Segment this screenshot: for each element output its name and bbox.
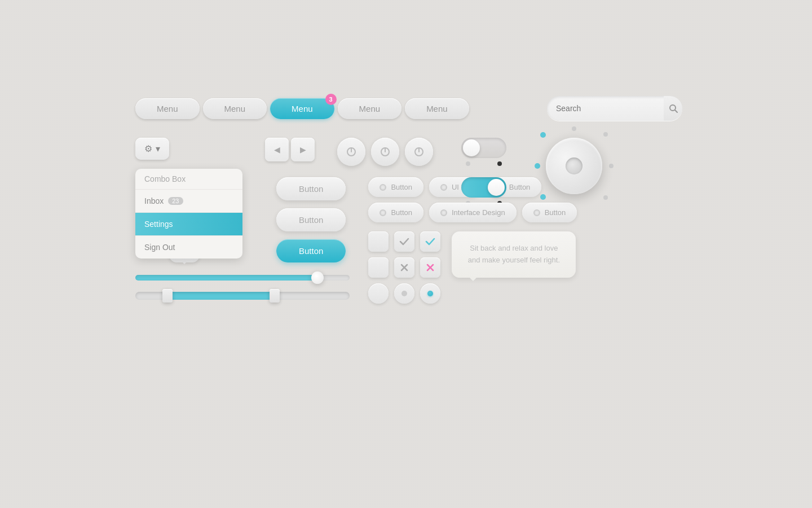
toggle-switch-2[interactable] (461, 177, 506, 198)
nav-tabs: Menu Menu Menu 3 Menu Menu (135, 98, 473, 119)
toggles-area (461, 138, 506, 205)
x-pink-icon (426, 264, 434, 271)
search-input[interactable] (547, 98, 664, 119)
radio-btn-interface[interactable]: Interface Design (429, 203, 517, 222)
x-gray-icon (400, 264, 408, 271)
checkbox-check-blue[interactable] (420, 231, 440, 252)
power-buttons (337, 138, 433, 166)
progress-slider[interactable] (135, 275, 350, 281)
radio-circle-empty[interactable] (368, 283, 389, 304)
radio-circle-3 (379, 209, 386, 216)
dot-right-1 (497, 161, 502, 166)
power-button-1[interactable] (337, 138, 365, 166)
checkbox-x-pink[interactable] (420, 257, 440, 278)
settings-button[interactable]: ⚙ ▾ (135, 138, 169, 160)
checkmark-gray-icon (399, 238, 409, 246)
range-handle-left[interactable] (162, 289, 173, 303)
nav-tab-4[interactable]: Menu (338, 98, 402, 119)
nav-tab-3[interactable]: Menu 3 (270, 98, 334, 119)
checkbox-check-gray[interactable] (394, 231, 414, 252)
knob-area (529, 121, 619, 211)
speech-bubble: Sit back and relax and love and make you… (452, 231, 576, 278)
dropdown-menu: Combo Box Inbox 23 Settings Sign Out (135, 169, 242, 259)
nav-tab-5[interactable]: Menu (405, 98, 469, 119)
radio-circle-interface (440, 209, 447, 216)
power-button-3[interactable] (405, 138, 433, 166)
checkbox-empty-2[interactable] (368, 257, 389, 278)
checkbox-empty-1[interactable] (368, 231, 389, 252)
radio-circle-dot-blue[interactable] (420, 283, 440, 304)
toggle-1 (461, 138, 506, 166)
radio-btn-1[interactable]: Button (368, 177, 423, 197)
checkboxes-grid (368, 231, 440, 304)
power-icon-3 (413, 146, 425, 157)
inbox-badge: 23 (168, 197, 183, 205)
dropdown-header: Combo Box (135, 169, 242, 190)
radio-dot-gray (401, 291, 407, 296)
dropdown-item-signout[interactable]: Sign Out (135, 236, 242, 259)
prev-button[interactable]: ◀ (265, 138, 289, 161)
buttons-column: Button Button Button (276, 177, 346, 262)
slider-handle[interactable] (311, 271, 324, 284)
button-blue[interactable]: Button (276, 239, 346, 262)
dropdown-item-inbox[interactable]: Inbox 23 (135, 190, 242, 213)
search-button[interactable] (664, 96, 682, 121)
power-icon-2 (379, 146, 391, 157)
radio-dot-blue (427, 291, 433, 296)
dropdown-arrow: ▾ (156, 143, 160, 154)
power-button-2[interactable] (371, 138, 399, 166)
power-icon-1 (346, 146, 357, 157)
nav-badge: 3 (325, 94, 337, 105)
nav-tab-1[interactable]: Menu (135, 98, 200, 119)
range-handle-right[interactable] (270, 289, 280, 303)
radio-btn-3[interactable]: Button (368, 203, 423, 222)
next-button[interactable]: ▶ (291, 138, 315, 161)
toggle-dots-1 (461, 161, 506, 166)
dot-left-1 (466, 161, 470, 166)
radio-circle-uikit (440, 184, 447, 191)
search-bar (547, 96, 682, 121)
gear-icon: ⚙ (144, 143, 152, 154)
checkmark-blue-icon (425, 238, 435, 246)
nav-tab-2[interactable]: Menu (203, 98, 267, 119)
button-1[interactable]: Button (276, 177, 346, 200)
checkbox-x-gray[interactable] (394, 257, 414, 278)
button-2[interactable]: Button (276, 208, 346, 231)
search-icon (669, 104, 678, 113)
toggle-knob-2 (488, 179, 505, 196)
dropdown-item-settings[interactable]: Settings (135, 213, 242, 236)
knob[interactable] (546, 138, 602, 194)
radio-circle-1 (379, 184, 386, 191)
svg-line-1 (675, 110, 677, 112)
knob-inner (566, 157, 582, 174)
toggle-switch-1[interactable] (461, 138, 506, 158)
radio-circle-dot-gray[interactable] (394, 283, 414, 304)
toggle-knob-1 (463, 139, 480, 156)
range-slider[interactable] (135, 292, 350, 300)
nav-arrows: ◀ ▶ (265, 138, 315, 161)
